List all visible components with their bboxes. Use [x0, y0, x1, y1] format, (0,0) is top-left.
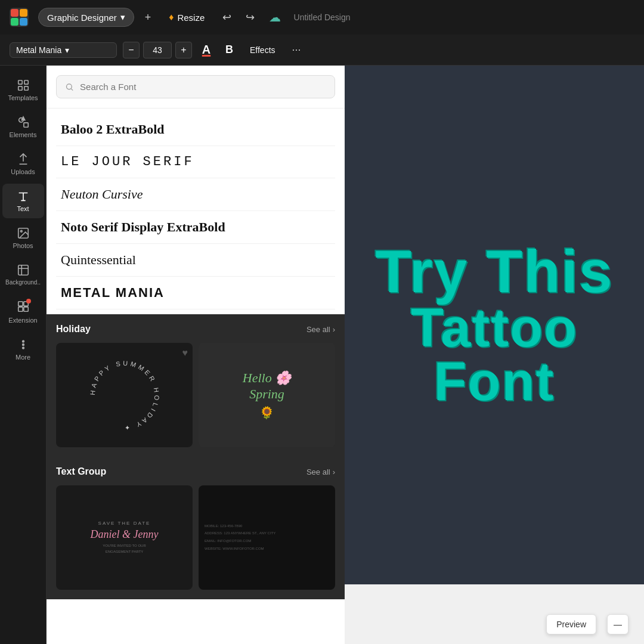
- effects-button[interactable]: Effects: [244, 43, 281, 57]
- redo-button[interactable]: ↪: [242, 7, 258, 27]
- svg-text:HAPPY SUMMER HOLIDAY ✦: HAPPY SUMMER HOLIDAY ✦: [88, 359, 160, 431]
- upload-icon: [17, 153, 30, 166]
- svg-point-12: [20, 230, 22, 232]
- preview-minus-button[interactable]: —: [607, 614, 628, 634]
- add-button[interactable]: +: [141, 8, 155, 27]
- sidebar-item-more[interactable]: More: [2, 332, 44, 367]
- font-name: Baloo 2 ExtraBold: [61, 122, 165, 137]
- font-search-area: [47, 66, 345, 109]
- hello-spring-text: Hello 🌸 Spring: [243, 370, 291, 402]
- sidebar-item-background[interactable]: Background..: [2, 258, 44, 292]
- more-options-button[interactable]: ···: [287, 41, 306, 58]
- tattoo-line1-text: Try This: [375, 242, 613, 301]
- font-size-plus-button[interactable]: +: [175, 42, 192, 58]
- grid-icon: [17, 79, 30, 92]
- shapes-icon: [17, 116, 30, 129]
- text-group-section-header: Text Group See all ›: [56, 457, 335, 477]
- font-item-neuton[interactable]: Neuton Cursive: [56, 178, 335, 211]
- text-group-see-all-button[interactable]: See all ›: [306, 467, 335, 476]
- font-selector[interactable]: Metal Mania ▾: [10, 42, 117, 58]
- preview-button[interactable]: Preview: [546, 614, 596, 634]
- text-group-section: Text Group See all › SAVE THE DATE Danie…: [47, 457, 345, 599]
- text-color-icon: A: [202, 43, 210, 57]
- holiday-see-all-button[interactable]: See all ›: [306, 325, 335, 334]
- svg-rect-6: [24, 80, 27, 84]
- sidebar-item-elements[interactable]: Elements: [2, 110, 44, 144]
- flower-emoji: 🌸: [272, 370, 292, 385]
- canvas-bottom-area: [345, 584, 644, 644]
- font-chevron-icon: ▾: [65, 45, 69, 55]
- sidebar-item-text[interactable]: Text: [2, 184, 44, 218]
- resize-label: Resize: [177, 13, 205, 23]
- save-date-text: SAVE THE DATE: [98, 521, 151, 526]
- business-card[interactable]: MOBILE: 123-456-7890 ADDRESS: 123 ANYWHE…: [199, 485, 335, 590]
- text-icon: [17, 190, 30, 203]
- font-item-metalmania[interactable]: Metal Mania: [56, 277, 335, 309]
- summer-holiday-card[interactable]: ♥ HAPPY SUMMER HOLIDAY ✦: [56, 343, 193, 447]
- svg-rect-13: [18, 265, 28, 275]
- font-name: Neuton Cursive: [61, 187, 143, 202]
- tattoo-text-canvas[interactable]: Try This Tattoo Font: [345, 66, 644, 584]
- document-title: Untitled Design: [294, 13, 351, 22]
- font-search-box[interactable]: [56, 75, 335, 98]
- left-sidebar: Templates Elements Uploads Text: [0, 66, 47, 644]
- font-size-control: − 43 +: [123, 42, 192, 58]
- business-line-3: EMAIL: INFO@FOTOR.COM: [205, 538, 329, 544]
- text-color-button[interactable]: A: [198, 42, 215, 58]
- main-layout: Templates Elements Uploads Text: [0, 66, 644, 644]
- holiday-section-title: Holiday: [56, 324, 91, 335]
- sidebar-more-label: More: [16, 354, 30, 361]
- business-line-4: WEBSITE: WWW.INFOFOTOR.COM: [205, 546, 329, 552]
- business-line-2: ADDRESS: 123 ANYWHERE ST., ANY CITY: [205, 531, 329, 537]
- selected-font-name: Metal Mania: [16, 45, 61, 55]
- graphic-designer-button[interactable]: Graphic Designer ▾: [38, 8, 134, 27]
- wedding-card[interactable]: SAVE THE DATE Daniel & Jenny YOU'RE INVI…: [56, 485, 193, 590]
- hello-spring-card[interactable]: Hello 🌸 Spring 🌻: [199, 343, 335, 447]
- bold-button[interactable]: B: [221, 41, 238, 58]
- svg-rect-3: [11, 18, 18, 26]
- font-size-value: 43: [143, 42, 172, 58]
- sidebar-item-uploads[interactable]: Uploads: [2, 147, 44, 181]
- text-toolbar: Metal Mania ▾ − 43 + A B Effects ···: [0, 35, 644, 66]
- photo-icon: [17, 227, 30, 240]
- svg-point-18: [22, 344, 24, 346]
- diamond-icon: ♦: [169, 12, 174, 23]
- logo-area: [10, 8, 29, 27]
- search-input[interactable]: [80, 82, 326, 92]
- sidebar-photos-label: Photos: [13, 242, 33, 249]
- font-item-quintessential[interactable]: Quintessential: [56, 244, 335, 277]
- resize-button[interactable]: ♦ Resize: [162, 8, 212, 26]
- sidebar-item-photos[interactable]: Photos: [2, 221, 44, 255]
- sidebar-item-templates[interactable]: Templates: [2, 73, 44, 107]
- canvas-area: Try This Tattoo Font Preview —: [345, 66, 644, 644]
- cloud-save-button[interactable]: ☁: [265, 7, 284, 28]
- sidebar-uploads-label: Uploads: [11, 168, 35, 175]
- text-group-section-title: Text Group: [56, 466, 106, 477]
- holiday-template-grid: ♥ HAPPY SUMMER HOLIDAY ✦: [56, 343, 335, 447]
- sidebar-templates-label: Templates: [8, 94, 38, 101]
- svg-rect-14: [18, 302, 22, 306]
- sidebar-item-extension[interactable]: Extension: [2, 294, 44, 330]
- sidebar-text-label: Text: [17, 205, 29, 212]
- font-item-baloo[interactable]: Baloo 2 ExtraBold: [56, 113, 335, 146]
- background-icon: [17, 264, 30, 277]
- font-item-noto[interactable]: Noto Serif Display ExtraBold: [56, 211, 335, 244]
- business-line-1: MOBILE: 123-456-7890: [205, 524, 329, 530]
- svg-rect-16: [18, 307, 22, 311]
- svg-rect-7: [18, 86, 21, 90]
- sidebar-extension-label: Extension: [8, 317, 37, 324]
- font-item-lejour[interactable]: LE JOUR SERIF: [56, 146, 335, 178]
- fotor-logo: [10, 8, 29, 27]
- circular-text-container: HAPPY SUMMER HOLIDAY ✦: [83, 354, 166, 437]
- font-size-minus-button[interactable]: −: [123, 42, 140, 58]
- undo-button[interactable]: ↩: [219, 7, 235, 27]
- circular-text-svg: HAPPY SUMMER HOLIDAY ✦: [83, 354, 166, 437]
- svg-point-19: [22, 340, 24, 342]
- notification-badge: [26, 299, 31, 304]
- svg-rect-4: [20, 18, 27, 26]
- graphic-designer-label: Graphic Designer: [47, 13, 117, 23]
- svg-rect-2: [20, 9, 27, 17]
- svg-rect-5: [18, 80, 21, 84]
- tattoo-line2-text: Tattoo Font: [357, 301, 632, 408]
- see-all-label-2: See all: [306, 467, 330, 476]
